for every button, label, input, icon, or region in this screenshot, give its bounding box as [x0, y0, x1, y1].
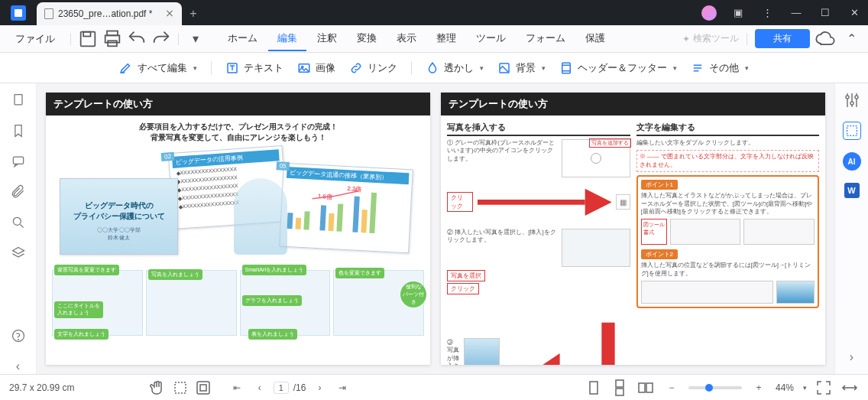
- pdf-page-2: テンプレートの使い方 写真を挿入する ① グレーの写真枠(プレースホルダーといい…: [441, 93, 825, 365]
- document-canvas[interactable]: テンプレートの使い方 必要項目を入力するだけで、プレゼン用スライドの完成！ 背景…: [37, 83, 834, 374]
- next-page-icon[interactable]: ›: [843, 348, 861, 366]
- collapse-ribbon-icon[interactable]: ⌃: [840, 28, 862, 50]
- next-page-nav-icon[interactable]: ›: [310, 379, 329, 397]
- badge-parts: 便利な パーツ付き: [400, 281, 426, 307]
- first-page-icon[interactable]: ⇤: [228, 379, 246, 397]
- droplet-icon: [426, 61, 439, 75]
- menu-organize[interactable]: 整理: [427, 27, 465, 51]
- svg-point-20: [18, 340, 18, 340]
- menubar: ファイル ▾ ホーム 編集 注釈 変換 表示 整理 ツール フォーム 保護 ✦ …: [0, 25, 868, 53]
- share-button[interactable]: 共有: [755, 29, 810, 48]
- layers-icon[interactable]: [11, 246, 26, 261]
- settings-icon[interactable]: [843, 91, 861, 109]
- single-page-icon[interactable]: [585, 379, 603, 397]
- minimize-button[interactable]: —: [782, 0, 810, 25]
- save-icon[interactable]: [77, 28, 99, 50]
- menu-protect[interactable]: 保護: [576, 27, 614, 51]
- background-button[interactable]: 背景▾: [497, 61, 546, 75]
- other-button[interactable]: その他▾: [691, 61, 749, 75]
- svg-rect-4: [108, 41, 117, 46]
- search-tools[interactable]: ✦ 検索ツール: [682, 32, 739, 45]
- svg-line-18: [20, 225, 23, 228]
- text-button[interactable]: テキスト: [225, 61, 283, 75]
- help-icon[interactable]: [11, 328, 26, 343]
- page1-lead2: 背景写真を変更して、自由にアレンジを楽しもう！: [52, 132, 424, 143]
- menu-comment[interactable]: 注釈: [308, 27, 346, 51]
- image-button[interactable]: 画像: [297, 61, 335, 75]
- slide-thumb-3: 05 ビッグデータ流通の推移（業界別） 1.6倍 2.2倍: [279, 163, 413, 254]
- page2-title: テンプレートの使い方: [441, 93, 825, 115]
- thumb-b: 写真を入れましょう: [146, 270, 237, 336]
- wand-icon: ✦: [682, 34, 690, 44]
- undo-icon[interactable]: [126, 28, 147, 50]
- select-tool-icon[interactable]: [843, 122, 861, 140]
- header-footer-button[interactable]: ヘッダー＆フッター▾: [559, 61, 677, 75]
- chevron-down-icon: ▾: [673, 64, 677, 72]
- prev-page-nav-icon[interactable]: ‹: [251, 379, 269, 397]
- last-page-icon[interactable]: ⇥: [333, 379, 351, 397]
- menu-convert[interactable]: 変換: [348, 27, 386, 51]
- print-icon[interactable]: [102, 28, 123, 50]
- zoom-slider[interactable]: [688, 386, 742, 389]
- left-sidebar: ‹: [0, 83, 37, 374]
- bookmarks-icon[interactable]: [11, 123, 26, 138]
- file-menu[interactable]: ファイル: [6, 32, 64, 46]
- slide-thumb-1: ビッグデータ時代の プライバシー保護について 〇〇大学 〇〇学部 鈴木 健太: [60, 178, 178, 255]
- svg-rect-40: [616, 389, 623, 395]
- menu-home[interactable]: ホーム: [219, 27, 267, 51]
- svg-marker-21: [355, 190, 358, 193]
- quick-tools-dropdown-icon[interactable]: ▾: [185, 28, 206, 50]
- redo-icon[interactable]: [151, 28, 172, 50]
- svg-point-31: [855, 96, 858, 99]
- chevron-down-icon[interactable]: ▾: [803, 384, 807, 392]
- word-export-icon[interactable]: W: [844, 183, 860, 198]
- menu-edit[interactable]: 編集: [268, 27, 306, 51]
- read-mode-icon[interactable]: [194, 379, 212, 397]
- zoom-out-icon[interactable]: −: [662, 379, 681, 397]
- zoom-value[interactable]: 44%: [776, 382, 794, 393]
- search-icon[interactable]: [11, 215, 26, 230]
- svg-rect-15: [15, 95, 22, 105]
- select-tool-status-icon[interactable]: [171, 379, 189, 397]
- comments-icon[interactable]: [11, 154, 26, 169]
- thumbnails-icon[interactable]: [11, 93, 26, 108]
- svg-rect-16: [13, 157, 23, 164]
- prev-page-icon[interactable]: ‹: [11, 359, 26, 374]
- facing-page-icon[interactable]: [636, 379, 655, 397]
- hand-tool-icon[interactable]: [148, 379, 167, 397]
- new-tab-button[interactable]: +: [182, 2, 205, 25]
- fit-page-icon[interactable]: [815, 379, 833, 397]
- thumb-d: 色を変更できます 便利な パーツ付き: [333, 270, 424, 336]
- more-icon[interactable]: ⋮: [753, 0, 781, 25]
- avatar-button[interactable]: [695, 0, 723, 25]
- svg-rect-37: [200, 385, 206, 391]
- page-total: /16: [293, 382, 306, 393]
- menu-tools[interactable]: ツール: [467, 27, 515, 51]
- svg-marker-24: [520, 353, 560, 365]
- zoom-in-icon[interactable]: +: [750, 379, 768, 397]
- text-icon: [225, 61, 239, 75]
- edit-all-button[interactable]: すべて編集▾: [119, 61, 197, 75]
- svg-rect-38: [590, 382, 598, 394]
- svg-rect-36: [197, 382, 209, 394]
- page-current[interactable]: 1: [279, 383, 283, 392]
- document-tab[interactable]: 23650_pre…ation.pdf *: [37, 2, 182, 25]
- main-area: ‹ テンプレートの使い方 必要項目を入力するだけで、プレゼン用スライドの完成！ …: [0, 83, 868, 374]
- maximize-button[interactable]: ☐: [811, 0, 839, 25]
- app-logo[interactable]: [0, 0, 37, 25]
- panel-toggle-icon[interactable]: ▣: [724, 0, 752, 25]
- ai-assistant-icon[interactable]: AI: [843, 152, 861, 171]
- page1-lead1: 必要項目を入力するだけで、プレゼン用スライドの完成！: [52, 122, 424, 132]
- close-window-button[interactable]: ✕: [840, 0, 868, 25]
- menu-form[interactable]: フォーム: [517, 27, 575, 51]
- attachments-icon[interactable]: [11, 184, 26, 200]
- fit-width-icon[interactable]: [840, 379, 859, 397]
- watermark-button[interactable]: 透かし▾: [426, 61, 484, 75]
- cloud-icon[interactable]: [815, 28, 836, 50]
- menu-tabs: ホーム 編集 注釈 変換 表示 整理 ツール フォーム 保護: [219, 27, 614, 51]
- right-sidebar: AI W ›: [834, 83, 868, 374]
- continuous-page-icon[interactable]: [611, 379, 629, 397]
- link-button[interactable]: リンク: [349, 61, 397, 75]
- menu-view[interactable]: 表示: [387, 27, 426, 51]
- close-tab-icon[interactable]: [165, 9, 174, 18]
